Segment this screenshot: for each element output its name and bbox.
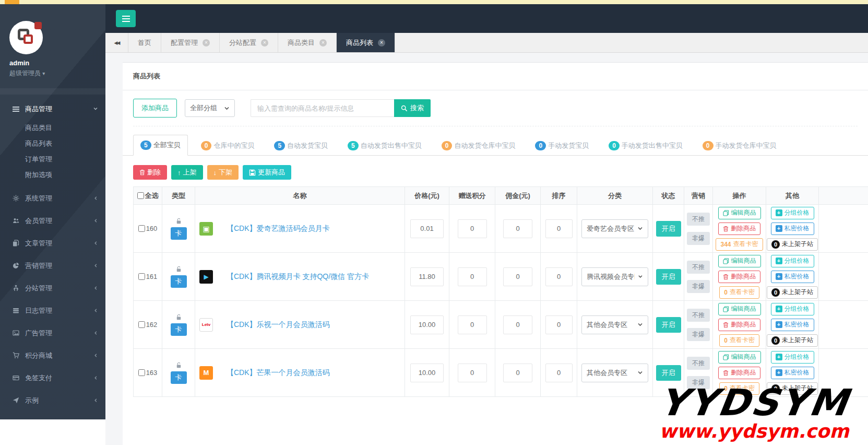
private-price-button[interactable]: + 私密价格 xyxy=(771,319,814,331)
search-button[interactable]: 搜索 xyxy=(394,99,431,117)
edit-product-button[interactable]: 编辑商品 xyxy=(718,303,761,315)
product-name-link[interactable]: 【CDK】爱奇艺激活码会员月卡 xyxy=(227,224,330,233)
row-checkbox[interactable] xyxy=(138,369,145,376)
not-recommended-badge[interactable]: 不推 xyxy=(687,213,710,226)
sidebar-item-system-management[interactable]: 系统管理 xyxy=(0,187,105,209)
filter-tab[interactable]: 0 自动发货仓库中宝贝 xyxy=(435,136,522,156)
not-recommended-badge[interactable]: 不推 xyxy=(687,357,710,370)
collapse-tabs-icon[interactable]: ◀◀ xyxy=(105,33,128,52)
not-hot-badge[interactable]: 非爆 xyxy=(687,280,710,293)
sidebar-item-product-management[interactable]: 商品管理 xyxy=(0,98,105,120)
price-input[interactable]: 10.00 xyxy=(410,315,444,334)
page-tab[interactable]: 商品列表 × xyxy=(337,33,395,52)
row-checkbox[interactable] xyxy=(138,321,145,328)
tab-close-icon[interactable]: × xyxy=(261,39,268,46)
points-input[interactable]: 0 xyxy=(458,219,487,238)
menu-toggle-button[interactable] xyxy=(116,10,136,27)
bulk-delete-button[interactable]: 删除 xyxy=(133,165,167,180)
delete-product-button[interactable]: 删除商品 xyxy=(718,319,760,331)
view-cards-button[interactable]: 0 查看卡密 xyxy=(719,286,759,299)
tab-close-icon[interactable]: × xyxy=(203,39,210,46)
row-checkbox[interactable] xyxy=(138,225,145,232)
filter-tab[interactable]: 0 仓库中的宝贝 xyxy=(194,136,261,156)
delete-product-button[interactable]: 删除商品 xyxy=(718,223,760,235)
category-select[interactable]: 其他会员专区 xyxy=(581,315,648,334)
group-price-button[interactable]: + 分组价格 xyxy=(771,303,814,315)
filter-tab[interactable]: 0 手动发货仓库中宝贝 xyxy=(696,136,783,156)
sidebar-item-product-list[interactable]: 商品列表 xyxy=(0,136,105,151)
private-price-button[interactable]: + 私密价格 xyxy=(771,367,814,379)
sidebar-item-marketing-management[interactable]: 营销管理 xyxy=(0,254,105,277)
sidebar-item-points-mall[interactable]: 积分商城 xyxy=(0,344,105,367)
sort-input[interactable]: 0 xyxy=(545,267,573,286)
price-input[interactable]: 11.80 xyxy=(410,267,444,286)
product-name-link[interactable]: 【CDK】芒果一个月会员激活码 xyxy=(227,368,330,378)
offline-subsites-button[interactable]: 0 未上架子站 xyxy=(767,238,818,251)
not-recommended-badge[interactable]: 不推 xyxy=(687,261,710,274)
points-input[interactable]: 0 xyxy=(458,364,487,382)
points-input[interactable]: 0 xyxy=(458,267,487,286)
private-price-button[interactable]: + 私密价格 xyxy=(771,223,814,235)
sidebar-item-log-management[interactable]: 日志管理 xyxy=(0,299,105,322)
price-input[interactable]: 0.01 xyxy=(410,219,444,238)
filter-tab[interactable]: 5 自动发货出售中宝贝 xyxy=(341,136,429,156)
status-toggle-button[interactable]: 开启 xyxy=(656,365,681,381)
sidebar-item-examples[interactable]: 示例 xyxy=(0,389,105,412)
tab-close-icon[interactable]: × xyxy=(319,39,327,46)
sidebar-item-payment[interactable]: 免签支付 xyxy=(0,367,105,389)
sort-input[interactable]: 0 xyxy=(545,364,573,382)
filter-tab[interactable]: 5 自动发货宝贝 xyxy=(267,136,335,156)
edit-product-button[interactable]: 编辑商品 xyxy=(718,255,761,267)
product-name-link[interactable]: 【CDK】乐视一个月会员激活码 xyxy=(227,320,330,330)
bulk-update-button[interactable]: 更新商品 xyxy=(243,165,291,180)
offline-subsites-button[interactable]: 0 未上架子站 xyxy=(767,334,818,347)
bulk-onshelf-button[interactable]: ↑ 上架 xyxy=(171,165,203,180)
category-select[interactable]: 腾讯视频会员专区 xyxy=(581,267,648,286)
status-toggle-button[interactable]: 开启 xyxy=(656,269,681,285)
group-filter-select[interactable]: 全部分组 xyxy=(185,99,235,117)
delete-product-button[interactable]: 删除商品 xyxy=(718,367,760,379)
commission-input[interactable]: 0 xyxy=(503,364,532,382)
select-all-checkbox[interactable] xyxy=(137,192,144,199)
bulk-offshelf-button[interactable]: ↓ 下架 xyxy=(207,165,239,180)
view-cards-button[interactable]: 344 查看卡密 xyxy=(716,238,763,251)
group-price-button[interactable]: + 分组价格 xyxy=(771,255,814,267)
private-price-button[interactable]: + 私密价格 xyxy=(771,271,814,283)
filter-tab[interactable]: 5 全部宝贝 xyxy=(133,135,188,156)
offline-subsites-button[interactable]: 0 未上架子站 xyxy=(767,286,818,299)
price-input[interactable]: 10.00 xyxy=(410,364,444,382)
offline-subsites-button[interactable]: 0 未上架子站 xyxy=(767,382,818,395)
status-toggle-button[interactable]: 开启 xyxy=(656,317,681,333)
user-role-dropdown[interactable]: 超级管理员 ▾ xyxy=(9,69,105,78)
view-cards-button[interactable]: 0 查看卡密 xyxy=(719,382,759,395)
not-hot-badge[interactable]: 非爆 xyxy=(687,376,710,389)
edit-product-button[interactable]: 编辑商品 xyxy=(718,351,761,364)
delete-product-button[interactable]: 删除商品 xyxy=(718,271,760,283)
sidebar-item-extra-options[interactable]: 附加选项 xyxy=(0,167,105,183)
filter-tab[interactable]: 0 手动发货出售中宝贝 xyxy=(602,136,689,156)
page-tab[interactable]: 首页 × xyxy=(128,33,161,52)
category-select[interactable]: 其他会员专区 xyxy=(581,364,648,382)
sidebar-item-article-management[interactable]: 文章管理 xyxy=(0,232,105,254)
sidebar-item-subsite-management[interactable]: 分站管理 xyxy=(0,277,105,299)
commission-input[interactable]: 0 xyxy=(503,267,532,286)
edit-product-button[interactable]: 编辑商品 xyxy=(718,207,761,219)
search-input[interactable] xyxy=(251,99,394,117)
category-select[interactable]: 爱奇艺会员专区 xyxy=(581,219,648,238)
page-tab[interactable]: 配置管理 × xyxy=(161,33,220,52)
commission-input[interactable]: 0 xyxy=(503,219,532,238)
page-tab[interactable]: 商品类目 × xyxy=(278,33,337,52)
status-toggle-button[interactable]: 开启 xyxy=(656,221,681,237)
sidebar-item-ad-management[interactable]: 广告管理 xyxy=(0,322,105,344)
view-cards-button[interactable]: 0 查看卡密 xyxy=(719,334,759,347)
sort-input[interactable]: 0 xyxy=(545,219,573,238)
row-checkbox[interactable] xyxy=(138,273,145,280)
not-hot-badge[interactable]: 非爆 xyxy=(687,232,710,245)
page-tab[interactable]: 分站配置 × xyxy=(220,33,278,52)
add-product-button[interactable]: 添加商品 xyxy=(133,99,177,118)
product-name-link[interactable]: 【CDK】腾讯视频月卡 支持QQ/微信 官方卡 xyxy=(227,272,369,282)
sidebar-item-product-categories[interactable]: 商品类目 xyxy=(0,120,105,136)
not-hot-badge[interactable]: 非爆 xyxy=(687,328,710,341)
sidebar-item-member-management[interactable]: 会员管理 xyxy=(0,209,105,232)
not-recommended-badge[interactable]: 不推 xyxy=(687,309,710,322)
